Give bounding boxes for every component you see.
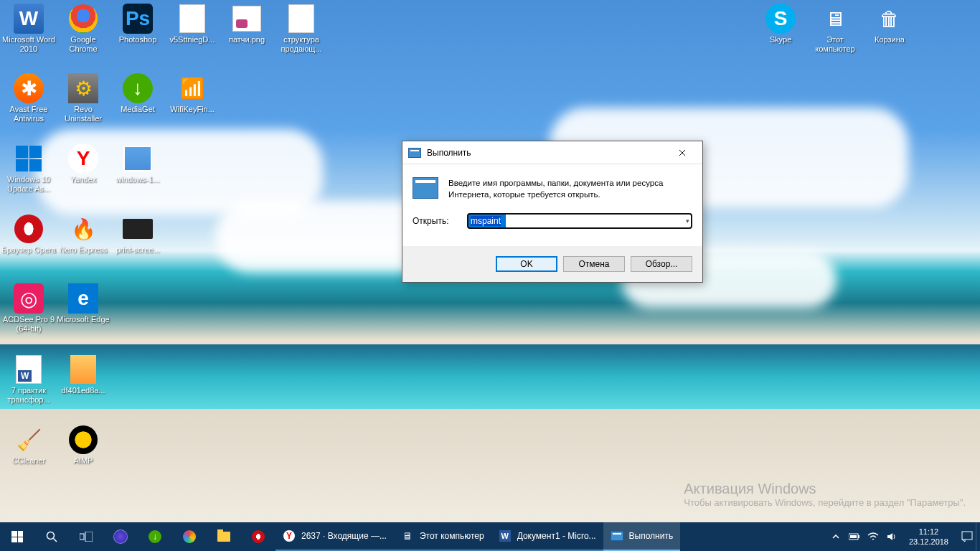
- cortana-button[interactable]: [103, 522, 138, 551]
- desktop-icon-avast[interactable]: ✱Avast Free Antivirus: [1, 73, 56, 123]
- desktop-icon-wifi[interactable]: 📶WifiKeyFin...: [165, 73, 220, 114]
- ok-button[interactable]: OK: [496, 256, 557, 272]
- taskbar-task-run[interactable]: Выполнить: [603, 522, 681, 551]
- battery-icon[interactable]: [847, 522, 862, 551]
- desktop-icon-label: Avast Free Antivirus: [1, 105, 56, 123]
- yandex-icon: Y: [283, 529, 296, 542]
- taskbar-task-label: Документ1 - Micro...: [517, 531, 596, 541]
- taskbar-task-label: 2637 · Входящие —...: [301, 531, 387, 541]
- desktop-icon-label: Корзина: [875, 35, 905, 44]
- desktop-icon-label: Google Chrome: [56, 35, 110, 54]
- open-label: Открыть:: [413, 216, 460, 226]
- activation-subtitle: Чтобы активировать Windows, перейдите в …: [684, 497, 966, 508]
- desktop-icon-chrome[interactable]: Google Chrome: [56, 4, 110, 54]
- svg-point-0: [47, 532, 55, 540]
- opera-taskbar-icon[interactable]: [241, 522, 275, 551]
- desktop-icon-acdsee[interactable]: ◎ACDSee Pro 9 (64-bit): [1, 283, 56, 334]
- run-dialog-titlebar[interactable]: Выполнить: [402, 141, 702, 164]
- taskbar-task-word[interactable]: WДокумент1 - Micro...: [491, 522, 603, 551]
- taskbar-task-label: Этот компьютер: [420, 531, 484, 541]
- desktop-icon-ccleaner[interactable]: 🧹CCleaner: [1, 425, 56, 466]
- paint-taskbar-icon[interactable]: [172, 522, 207, 551]
- run-dialog-title: Выполнить: [427, 148, 668, 158]
- desktop-icon-win10[interactable]: Windows 10 Update As...: [1, 143, 56, 194]
- desktop-icon-zip[interactable]: df401ed8a...: [56, 354, 110, 395]
- desktop-icon-mediaget[interactable]: ↓MediaGet: [110, 73, 165, 114]
- svg-rect-6: [850, 535, 857, 538]
- desktop-icon-label: Этот компьютер: [808, 35, 862, 54]
- browse-button[interactable]: Обзор...: [631, 256, 692, 272]
- open-input[interactable]: [467, 213, 692, 229]
- cancel-button[interactable]: Отмена: [563, 256, 625, 272]
- desktop-icon-aimp[interactable]: AIMP: [56, 425, 110, 466]
- svg-line-1: [54, 539, 57, 542]
- desktop-icon-revo[interactable]: ⚙Revo Uninstaller: [56, 73, 110, 123]
- desktop-icon-label: Windows 10 Update As...: [1, 175, 56, 194]
- desktop-icon-label: v5SttniegD...: [170, 35, 215, 44]
- desktop-icon-bin[interactable]: 🗑Корзина: [862, 4, 917, 44]
- taskbar-task-pc[interactable]: 🖥Этот компьютер: [394, 522, 491, 551]
- desktop-icon-label: MediaGet: [121, 105, 155, 114]
- taskbar: ↓ Y2637 · Входящие —...🖥Этот компьютерWД…: [0, 522, 980, 551]
- svg-rect-5: [858, 535, 859, 538]
- desktop-icon-label: ACDSee Pro 9 (64-bit): [1, 315, 56, 334]
- wifi-icon[interactable]: [866, 522, 880, 551]
- desktop-icon-label: Photoshop: [119, 35, 157, 44]
- desktop-icon-skype[interactable]: SSkype: [753, 4, 808, 44]
- activation-watermark: Активация Windows Чтобы активировать Win…: [684, 481, 966, 508]
- start-button[interactable]: [0, 522, 34, 551]
- search-button[interactable]: [34, 522, 69, 551]
- desktop-icon-label: Yandex: [70, 175, 97, 184]
- desktop-icon-png[interactable]: патчи.png: [220, 4, 274, 44]
- run-dialog-description: Введите имя программы, папки, документа …: [448, 177, 692, 200]
- close-button[interactable]: [668, 143, 697, 163]
- notifications-button[interactable]: [958, 522, 976, 551]
- clock-date: 23.12.2018: [909, 537, 948, 547]
- file-explorer-button[interactable]: [207, 522, 241, 551]
- desktop-icon-yandex[interactable]: YYandex: [56, 143, 110, 184]
- run-dialog[interactable]: Выполнить Введите имя программы, папки, …: [402, 141, 703, 283]
- tray-chevron-up-icon[interactable]: [829, 522, 843, 551]
- taskbar-clock[interactable]: 11:12 23.12.2018: [902, 527, 956, 547]
- show-desktop-button[interactable]: [976, 522, 980, 551]
- desktop-icon-label: print-scree...: [116, 245, 159, 255]
- taskbar-task-yandex[interactable]: Y2637 · Входящие —...: [275, 522, 394, 551]
- desktop-icon-label: Revo Uninstaller: [56, 105, 110, 123]
- desktop-icon-label: windows-1...: [116, 175, 159, 184]
- clock-time: 11:12: [909, 527, 948, 537]
- desktop-icon-img[interactable]: windows-1...: [110, 143, 165, 184]
- desktop-icon-opera[interactable]: Браузер Opera: [1, 214, 56, 255]
- desktop-icon-nero[interactable]: 🔥Nero Express: [56, 214, 110, 255]
- desktop-icon-label: Nero Express: [60, 245, 108, 255]
- volume-icon[interactable]: [885, 522, 899, 551]
- desktop-icon-label: AIMP: [74, 456, 93, 466]
- run-icon: [408, 148, 421, 158]
- pc-icon: 🖥: [401, 529, 414, 542]
- desktop-icon-label: Skype: [770, 35, 792, 44]
- word-icon: W: [499, 529, 512, 542]
- desktop-icon-word[interactable]: WMicrosoft Word 2010: [1, 4, 56, 54]
- desktop-icon-label: патчи.png: [229, 35, 265, 44]
- desktop-icon-label: CCleaner: [12, 456, 45, 466]
- desktop-icon-doc[interactable]: 7 практик трансфор...: [1, 354, 56, 405]
- desktop-icon-label: 7 практик трансфор...: [1, 386, 56, 405]
- desktop-icon-label: структура продающ...: [274, 35, 329, 54]
- svg-rect-2: [80, 534, 84, 540]
- desktop-icon-file[interactable]: структура продающ...: [274, 4, 329, 54]
- desktop-icon-file[interactable]: v5SttniegD...: [165, 4, 220, 44]
- open-combobox[interactable]: ▾: [467, 213, 692, 229]
- desktop-background[interactable]: WMicrosoft Word 2010Google ChromePsPhoto…: [0, 0, 980, 522]
- task-view-button[interactable]: [69, 522, 103, 551]
- desktop-icon-label: Microsoft Word 2010: [1, 35, 56, 54]
- system-tray: [826, 522, 902, 551]
- desktop-icon-pc[interactable]: 🖥Этот компьютер: [808, 4, 862, 54]
- taskbar-task-label: Выполнить: [629, 531, 674, 541]
- mediaget-taskbar-icon[interactable]: ↓: [138, 522, 172, 551]
- desktop-icon-edge[interactable]: eMicrosoft Edge: [56, 283, 110, 324]
- svg-rect-3: [85, 532, 93, 542]
- desktop-icon-kb[interactable]: print-scree...: [110, 214, 165, 255]
- desktop-icon-label: WifiKeyFin...: [170, 105, 215, 114]
- run-icon: [611, 529, 623, 542]
- svg-rect-7: [962, 532, 972, 540]
- desktop-icon-ps[interactable]: PsPhotoshop: [110, 4, 165, 44]
